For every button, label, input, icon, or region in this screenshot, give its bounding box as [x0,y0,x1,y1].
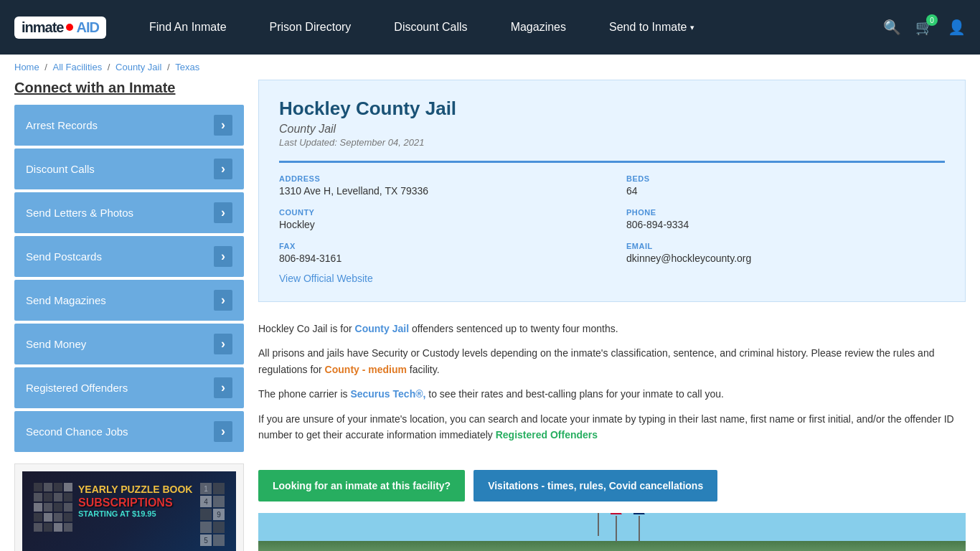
sidebar-advertisement[interactable]: YEARLY PUZZLE BOOK SUBSCRIPTIONS STARTIN… [14,463,244,551]
view-website-link[interactable]: View Official Website [279,273,373,284]
sidebar-item-discount-calls[interactable]: Discount Calls › [14,149,244,189]
fax-value: 806-894-3161 [279,253,598,264]
county-jail-link[interactable]: County Jail [355,323,409,334]
email-field: EMAIL dkinney@hockleycounty.org [626,242,945,264]
phone-value: 806-894-9334 [626,219,945,230]
breadcrumb: Home / All Facilities / County Jail / Te… [0,55,980,80]
description-para2: All prisons and jails have Security or C… [258,345,966,377]
phone-field: PHONE 806-894-9334 [626,208,945,230]
arrow-icon: › [214,246,232,267]
sidebar-item-send-letters[interactable]: Send Letters & Photos › [14,192,244,233]
sidebar-menu: Arrest Records › Discount Calls › Send L… [14,105,244,452]
content-area: Hockley County Jail County Jail Last Upd… [258,80,966,551]
sidebar-title: Connect with an Inmate [14,80,244,96]
county-value: Hockley [279,219,598,230]
description-para4: If you are unsure of your inmate's locat… [258,411,966,443]
facility-card: Hockley County Jail County Jail Last Upd… [258,80,966,302]
facility-name: Hockley County Jail [279,98,945,120]
county-field: COUNTY Hockley [279,208,598,230]
breadcrumb-home[interactable]: Home [14,62,39,72]
facility-type: County Jail [279,123,945,136]
address-field: ADDRESS 1310 Ave H, Levelland, TX 79336 [279,174,598,197]
logo-aid: AID [76,19,98,36]
facility-details: ADDRESS 1310 Ave H, Levelland, TX 79336 … [279,161,945,264]
arrow-icon: › [214,377,232,398]
breadcrumb-county-jail[interactable]: County Jail [116,62,161,72]
description-para3: The phone carrier is Securus Tech®, to s… [258,386,966,402]
cart-button[interactable]: 🛒 0 [915,19,933,36]
email-value: dkinney@hockleycounty.org [626,253,945,264]
logo-text: inmate [22,19,63,36]
securus-tech-link[interactable]: Securus Tech®, [350,388,425,400]
nav-discount-calls[interactable]: Discount Calls [372,0,489,55]
sidebar-item-send-postcards[interactable]: Send Postcards › [14,236,244,277]
arrow-icon: › [214,159,232,179]
beds-field: BEDS 64 [626,174,945,197]
navbar: inmate AID Find An Inmate Prison Directo… [0,0,980,55]
fax-field: FAX 806-894-3161 [279,242,598,264]
nav-icons: 🔍 🛒 0 👤 [883,19,966,36]
arrow-icon: › [214,334,232,354]
nav-links: Find An Inmate Prison Directory Discount… [128,0,883,55]
nav-send-to-inmate[interactable]: Send to Inmate ▾ [588,0,716,55]
logo-dot-icon [66,24,73,31]
sidebar: Connect with an Inmate Arrest Records › … [14,80,244,551]
logo[interactable]: inmate AID [14,17,106,39]
sidebar-item-second-chance-jobs[interactable]: Second Chance Jobs › [14,411,244,452]
main-container: Connect with an Inmate Arrest Records › … [0,80,980,551]
beds-value: 64 [626,185,945,197]
address-value: 1310 Ave H, Levelland, TX 79336 [279,185,598,197]
nav-magazines[interactable]: Magazines [489,0,588,55]
breadcrumb-state[interactable]: Texas [175,62,199,72]
dropdown-arrow-icon: ▾ [690,23,694,32]
nav-find-inmate[interactable]: Find An Inmate [128,0,248,55]
visitations-button[interactable]: Visitations - times, rules, Covid cancel… [473,470,717,501]
arrow-icon: › [214,421,232,442]
arrow-icon: › [214,115,232,136]
arrow-icon: › [214,202,232,223]
sidebar-item-arrest-records[interactable]: Arrest Records › [14,105,244,146]
looking-for-inmate-button[interactable]: Looking for an inmate at this facility? [258,470,465,501]
description-area: Hockley Co Jail is for County Jail offen… [258,314,966,458]
sidebar-item-registered-offenders[interactable]: Registered Offenders › [14,367,244,408]
registered-offenders-link[interactable]: Registered Offenders [496,429,598,441]
breadcrumb-all-facilities[interactable]: All Facilities [53,62,103,72]
action-buttons: Looking for an inmate at this facility? … [258,470,966,501]
sidebar-item-send-money[interactable]: Send Money › [14,324,244,364]
facility-image [258,513,966,551]
cart-badge: 0 [926,14,938,26]
facility-updated: Last Updated: September 04, 2021 [279,137,945,148]
nav-prison-directory[interactable]: Prison Directory [248,0,373,55]
arrow-icon: › [214,290,232,311]
description-para1: Hockley Co Jail is for County Jail offen… [258,321,966,336]
user-button[interactable]: 👤 [948,19,966,36]
sidebar-item-send-magazines[interactable]: Send Magazines › [14,280,244,321]
county-medium-link[interactable]: County - medium [325,364,407,375]
search-button[interactable]: 🔍 [883,19,901,36]
